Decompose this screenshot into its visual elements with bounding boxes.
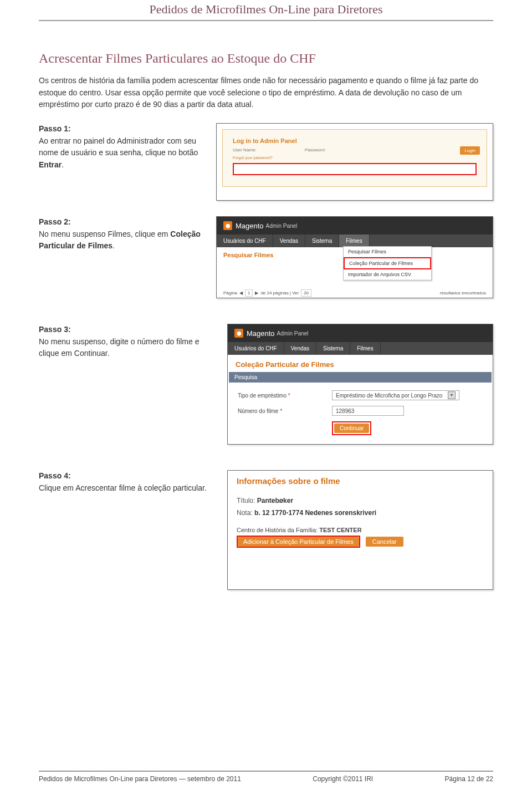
nav2-usuarios[interactable]: Usuários do CHF <box>228 342 284 355</box>
magento-icon-2: ⬢ <box>234 329 243 338</box>
pager-results: resultados encontrados <box>440 291 486 295</box>
step-1-label: Passo 1: <box>39 123 205 135</box>
nav-filmes[interactable]: Filmes <box>339 235 369 247</box>
nav-usuarios[interactable]: Usuários do CHF <box>217 235 273 247</box>
footer-rule <box>39 771 493 772</box>
filmes-dropdown: Pesquisar Filmes Coleção Particular de F… <box>343 246 432 281</box>
pager-label-a: Página <box>223 291 237 295</box>
footer-left: Pedidos de Microfilmes On-Line para Dire… <box>39 775 241 783</box>
form-crumb: Coleção Particular de Filmes <box>228 355 493 372</box>
login-forgot[interactable]: Forgot your password? <box>233 156 477 160</box>
screenshot-form: ⬢ Magento Admin Panel Usuários do CHF Ve… <box>227 324 493 445</box>
nav2-filmes[interactable]: Filmes <box>350 342 380 355</box>
adicionar-button[interactable]: Adicionar à Coleção Particular de Filmes <box>238 537 359 547</box>
page-header-title: Pedidos de Microfilmes On-Line para Dire… <box>39 2 493 20</box>
step-1-body-bold: Entrar <box>39 160 62 169</box>
dd-importador[interactable]: Importador de Arquivos CSV <box>344 269 431 280</box>
field-tipo-value: Empréstimo de Microficha por Longo Prazo <box>336 393 442 399</box>
screenshot-info: Informações sobre o filme Título: Panteb… <box>227 470 493 590</box>
dd-colecao-particular[interactable]: Coleção Particular de Filmes <box>344 257 431 269</box>
continuar-button[interactable]: Continuar <box>334 424 369 433</box>
pager-label-b: de 24 páginas | Ver <box>260 291 299 295</box>
form-section-bar: Pesquisa <box>229 372 492 383</box>
admin-nav: Usuários do CHF Vendas Sistema Filmes <box>217 235 493 247</box>
magento-icon: ⬢ <box>223 221 232 230</box>
section-title: Acrescentar Filmes Particulares ao Estoq… <box>39 51 493 66</box>
info-titulo-value: Pantebøker <box>257 497 293 504</box>
field-numero-label: Número do filme * <box>238 408 332 414</box>
info-nota-label: Nota: <box>237 509 253 517</box>
step-1: Passo 1: Ao entrar no painel do Administ… <box>39 123 493 201</box>
step-3: Passo 3: No menu suspenso, digite o núme… <box>39 324 493 445</box>
pager-prev-icon[interactable]: ◀ <box>239 291 243 295</box>
magento-panel-label: Admin Panel <box>266 223 298 229</box>
magento-brand-2: Magento <box>247 329 275 338</box>
login-button[interactable]: Login <box>460 146 480 155</box>
footer-center: Copyright ©2011 IRI <box>313 775 373 783</box>
screenshot-menu: ⬢ Magento Admin Panel Usuários do CHF Ve… <box>216 216 493 298</box>
dd-pesquisar[interactable]: Pesquisar Filmes <box>344 247 431 257</box>
info-centro-label: Centro de História da Família: <box>237 527 318 533</box>
info-title: Informações sobre o filme <box>237 476 484 486</box>
step-4-body: Clique em Acrescentar filme à coleção pa… <box>39 483 207 492</box>
screenshot-login: Log in to Admin Panel User Name: Passwor… <box>216 123 493 201</box>
info-centro-value: TEST CENTER <box>319 527 361 533</box>
magento-logo-bar-2: ⬢ Magento Admin Panel <box>228 324 493 342</box>
step-3-body: No menu suspenso, digite o número do fil… <box>39 337 200 358</box>
field-tipo-select[interactable]: Empréstimo de Microficha por Longo Prazo… <box>332 390 459 400</box>
step-3-label: Passo 3: <box>39 324 216 336</box>
chevron-down-icon[interactable]: ▾ <box>448 391 456 399</box>
magento-brand: Magento <box>236 222 264 230</box>
login-highlight-box <box>233 163 477 175</box>
info-titulo-label: Título: <box>237 497 255 504</box>
pager-next-icon[interactable]: ▶ <box>255 291 258 295</box>
footer-right: Página 12 de 22 <box>445 775 493 783</box>
pager-page-input[interactable]: 1 <box>245 289 253 297</box>
step-2-label: Passo 2: <box>39 216 205 228</box>
login-user-label: User Name: <box>233 147 266 152</box>
magento-panel-label-2: Admin Panel <box>277 330 309 337</box>
step-1-body-c: . <box>62 160 64 169</box>
nav-vendas[interactable]: Vendas <box>273 235 305 247</box>
magento-logo-bar: ⬢ Magento Admin Panel <box>217 217 493 235</box>
pager: Página ◀ 1 ▶ de 24 páginas | Ver 20 resu… <box>223 289 486 297</box>
pager-per-input[interactable]: 20 <box>301 289 311 297</box>
nav2-sistema[interactable]: Sistema <box>316 342 350 355</box>
step-4-label: Passo 4: <box>39 470 216 482</box>
step-2-body-a: No menu suspenso Filmes, clique em <box>39 230 170 238</box>
step-2-body-c: . <box>112 241 115 250</box>
nav-sistema[interactable]: Sistema <box>305 235 339 247</box>
nav2-vendas[interactable]: Vendas <box>284 342 316 355</box>
login-pass-label: Password: <box>305 147 338 152</box>
admin-nav-2: Usuários do CHF Vendas Sistema Filmes <box>228 342 493 355</box>
info-nota-value: b. 12 1770-1774 Nedenes sorenskriveri <box>254 509 376 517</box>
page-footer: Pedidos de Microfilmes On-Line para Dire… <box>39 771 493 783</box>
section-intro: Os centros de história da família podem … <box>39 75 493 111</box>
step-2: Passo 2: No menu suspenso Filmes, clique… <box>39 216 493 298</box>
add-highlight: Adicionar à Coleção Particular de Filmes <box>237 536 360 548</box>
cancelar-button[interactable]: Cancelar <box>366 537 403 547</box>
login-title: Log in to Admin Panel <box>233 137 477 144</box>
step-1-body-a: Ao entrar no painel do Administrador com… <box>39 136 198 157</box>
field-numero-input[interactable]: 128963 <box>332 406 404 416</box>
header-rule <box>39 20 493 21</box>
step-4: Passo 4: Clique em Acrescentar filme à c… <box>39 470 493 590</box>
field-tipo-label: Tipo de empréstimo * <box>238 393 332 399</box>
continuar-highlight: Continuar <box>332 421 371 435</box>
